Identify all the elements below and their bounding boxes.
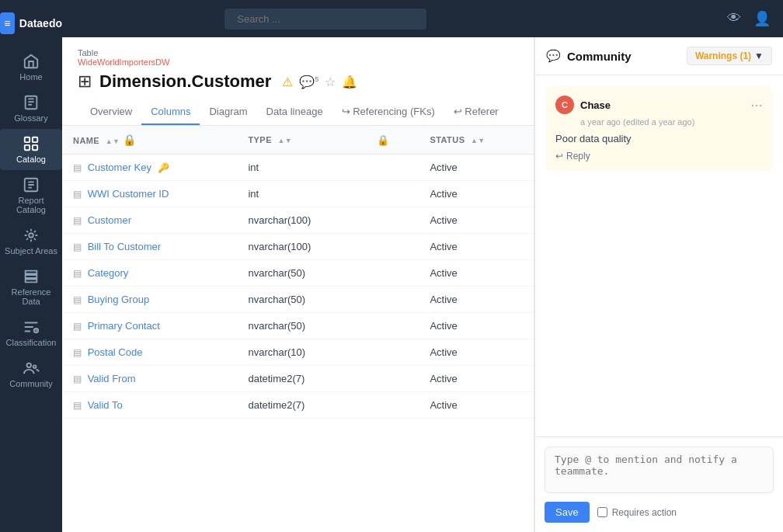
table-grid-icon: ⊞ <box>78 71 92 92</box>
app-logo[interactable]: ≡ Dataedo <box>0 6 62 47</box>
sidebar-item-reference-data[interactable]: Reference Data <box>0 262 62 312</box>
sidebar-item-community[interactable]: Community <box>0 353 62 395</box>
comment-area: C Chase ⋯ a year ago (edited a year ago)… <box>535 75 783 436</box>
cell-type-3: nvarchar(100) <box>237 234 363 260</box>
lock-header-icon: 🔒 <box>377 134 389 146</box>
sidebar-item-community-label: Community <box>9 379 53 388</box>
col-row-icon-4: ▤ <box>73 268 82 279</box>
table-row: ▤ Category nvarchar(50) Active <box>62 260 534 287</box>
col-name-link-1[interactable]: WWI Customer ID <box>88 188 169 200</box>
sidebar-item-home[interactable]: Home <box>0 47 62 88</box>
col-name-link-7[interactable]: Postal Code <box>88 346 143 358</box>
chevron-down-icon: ▼ <box>754 50 764 61</box>
save-button[interactable]: Save <box>545 502 590 523</box>
page-header: Table WideWorldImportersDW ⊞ Dimension.C… <box>62 37 534 126</box>
sidebar-item-subject-areas[interactable]: Subject Areas <box>0 221 62 262</box>
cell-name-4: ▤ Category <box>62 260 237 287</box>
th-status: STATUS ▲▼ <box>419 126 534 155</box>
col-name-link-2[interactable]: Customer <box>88 214 131 226</box>
col-name-link-3[interactable]: Bill To Customer <box>88 241 161 252</box>
table-row: ▤ Buying Group nvarchar(50) Active <box>62 287 534 313</box>
cell-status-8: Active <box>419 366 534 392</box>
key-icon-0: 🔑 <box>158 162 169 173</box>
warning-icon[interactable]: ⚠ <box>282 75 293 89</box>
svg-rect-4 <box>33 145 37 150</box>
col-row-icon-0: ▤ <box>73 162 82 173</box>
col-row-icon-7: ▤ <box>73 347 82 358</box>
cell-type-1: int <box>237 181 363 207</box>
eye-icon[interactable]: 👁 <box>727 10 741 27</box>
cell-name-7: ▤ Postal Code <box>62 339 237 366</box>
tab-data-lineage[interactable]: Data lineage <box>257 99 332 125</box>
sidebar-item-report-catalog[interactable]: Report Catalog <box>0 170 62 221</box>
title-icons: ⚠ 💬5 ☆ 🔔 <box>282 75 357 89</box>
app-name: Dataedo <box>19 17 62 30</box>
col-name-link-9[interactable]: Valid To <box>88 399 123 411</box>
cell-status-3: Active <box>419 234 534 260</box>
col-name-link-5[interactable]: Buying Group <box>88 294 150 305</box>
table-row: ▤ Valid To datetime2(7) Active <box>62 392 534 419</box>
cell-type-2: nvarchar(100) <box>237 207 363 234</box>
sidebar-item-classification-label: Classification <box>6 338 57 347</box>
cell-name-5: ▤ Buying Group <box>62 287 237 313</box>
cell-lock-4 <box>363 260 419 287</box>
th-lock: 🔒 <box>363 126 419 155</box>
user-icon[interactable]: 👤 <box>753 10 771 27</box>
requires-action-checkbox[interactable] <box>597 507 607 517</box>
col-name-link-8[interactable]: Valid From <box>88 373 136 384</box>
tab-diagram[interactable]: Diagram <box>200 99 256 125</box>
col-row-icon-3: ▤ <box>73 242 82 252</box>
star-icon[interactable]: ☆ <box>325 75 336 89</box>
sidebar-item-home-label: Home <box>19 72 42 82</box>
panel-title-text: Community <box>567 50 632 63</box>
th-type: TYPE ▲▼ <box>237 126 363 155</box>
cell-status-1: Active <box>419 181 534 207</box>
cell-lock-8 <box>363 366 419 392</box>
comment-card: C Chase ⋯ a year ago (edited a year ago)… <box>546 86 772 171</box>
logo-icon: ≡ <box>0 12 15 34</box>
subjects-icon <box>23 227 40 244</box>
comment-menu-icon[interactable]: ⋯ <box>750 98 763 113</box>
svg-point-6 <box>29 233 33 238</box>
tab-columns[interactable]: Columns <box>141 99 200 125</box>
requires-action-label[interactable]: Requires action <box>597 507 677 518</box>
search-input[interactable] <box>224 9 426 30</box>
comment-icon[interactable]: 💬5 <box>299 75 318 89</box>
sidebar-item-catalog[interactable]: Catalog <box>0 129 62 170</box>
cell-lock-7 <box>363 339 419 366</box>
cell-status-5: Active <box>419 287 534 313</box>
breadcrumb-link[interactable]: WideWorldImportersDW <box>78 57 169 67</box>
cell-type-9: datetime2(7) <box>237 392 363 419</box>
topbar-actions: 👁 👤 <box>727 10 771 27</box>
breadcrumb-type: Table <box>78 48 98 57</box>
col-name-link-0[interactable]: Customer Key <box>88 162 151 173</box>
table-body: ▤ Customer Key 🔑 int Active ▤ WWI Custom… <box>62 155 534 419</box>
cell-lock-9 <box>363 392 419 419</box>
comment-header: C Chase ⋯ <box>555 96 763 114</box>
col-name-link-4[interactable]: Category <box>88 267 129 279</box>
sidebar-item-glossary-label: Glossary <box>14 113 47 123</box>
panel-header: 💬 Community Warnings (1) ▼ <box>535 37 783 75</box>
sidebar-item-glossary[interactable]: Glossary <box>0 88 62 129</box>
cell-status-6: Active <box>419 313 534 339</box>
reply-button[interactable]: ↩ Reply <box>555 151 763 162</box>
reply-label: Reply <box>566 151 590 162</box>
cell-type-6: nvarchar(50) <box>237 313 363 339</box>
bell-icon[interactable]: 🔔 <box>342 75 357 89</box>
main-area: 👁 👤 Table WideWorldImportersDW ⊞ Dimensi… <box>62 0 783 532</box>
glossary-icon <box>23 94 40 111</box>
cell-lock-0 <box>363 155 419 181</box>
table-header-row: NAME ▲▼ 🔒 TYPE ▲▼ 🔒 <box>62 126 534 155</box>
col-row-icon-8: ▤ <box>73 374 82 384</box>
tab-overview[interactable]: Overview <box>81 99 141 125</box>
warnings-dropdown[interactable]: Warnings (1) ▼ <box>687 47 772 65</box>
cell-lock-1 <box>363 181 419 207</box>
tab-referencing[interactable]: ↪ Referencing (FKs) <box>332 99 444 125</box>
comment-input[interactable] <box>545 447 774 493</box>
tab-referring[interactable]: ↩ Referer <box>444 99 508 125</box>
sidebar-item-classification[interactable]: Classification <box>0 312 62 353</box>
cell-name-8: ▤ Valid From <box>62 366 237 392</box>
cell-lock-3 <box>363 234 419 260</box>
col-name-link-6[interactable]: Primary Contact <box>88 320 160 332</box>
svg-rect-1 <box>25 137 30 142</box>
